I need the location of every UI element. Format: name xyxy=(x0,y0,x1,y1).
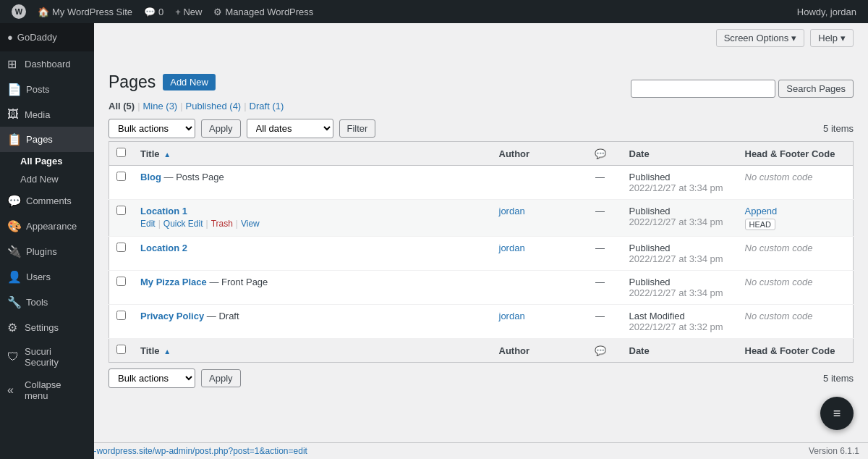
select-all-checkbox[interactable] xyxy=(116,148,126,157)
row-author-cell xyxy=(492,271,579,305)
main-content: Pages Add New All (5) | Mine (3) | Publi… xyxy=(94,23,868,459)
edit-action[interactable]: Edit xyxy=(140,219,156,229)
page-title-link[interactable]: Location 2 xyxy=(140,243,187,253)
row-checkbox[interactable] xyxy=(116,277,126,286)
sidebar-sub-add-new[interactable]: Add New xyxy=(0,170,94,188)
col-footer-checkbox xyxy=(109,339,134,363)
sidebar-sub-all-pages[interactable]: All Pages xyxy=(0,152,94,170)
comments-nav-icon: 💬 xyxy=(7,194,22,208)
hf-col-label: Head & Footer Code xyxy=(745,148,835,159)
admin-bar-comments[interactable]: 💬 0 xyxy=(138,0,169,23)
row-comments-cell: — xyxy=(579,271,622,305)
row-hf-cell: No custom code xyxy=(738,237,854,271)
media-icon: 🖼 xyxy=(7,108,20,121)
search-input[interactable] xyxy=(631,80,775,98)
page-title: Pages xyxy=(109,72,156,92)
page-title-link[interactable]: Blog xyxy=(140,172,161,182)
comments-value: — xyxy=(595,206,605,216)
admin-bar-managed-wp[interactable]: ⚙ Managed WordPress xyxy=(208,0,319,23)
date-status: Published xyxy=(629,172,671,182)
trash-action[interactable]: Trash xyxy=(211,219,233,229)
col-header-author: Author xyxy=(492,142,579,166)
items-count-top: 5 items xyxy=(823,123,854,134)
sep3: | xyxy=(244,101,246,111)
filter-button[interactable]: Filter xyxy=(339,119,376,138)
sep1: | xyxy=(137,101,140,111)
row-checkbox[interactable] xyxy=(116,206,126,215)
sidebar-item-plugins[interactable]: 🔌 Plugins xyxy=(0,239,94,264)
apply-button-top[interactable]: Apply xyxy=(201,119,241,138)
hf-value: No custom code xyxy=(745,243,813,253)
page-title-link[interactable]: My Pizza Place xyxy=(140,277,207,287)
wp-icon: W xyxy=(12,4,26,19)
bulk-actions-select-top[interactable]: Bulk actions xyxy=(109,119,195,138)
sidebar-item-users[interactable]: 👤 Users xyxy=(0,264,94,290)
sidebar-item-media[interactable]: 🖼 Media xyxy=(0,102,94,127)
sidebar-item-pages[interactable]: 📋 Pages xyxy=(0,127,94,152)
bulk-actions-select-bottom[interactable]: Bulk actions xyxy=(109,369,195,388)
sidebar-item-tools[interactable]: 🔧 Tools xyxy=(0,290,94,315)
sidebar-brand[interactable]: ● GoDaddy xyxy=(0,23,94,51)
quick-edit-action[interactable]: Quick Edit xyxy=(163,219,203,229)
filter-link-mine[interactable]: Mine (3) xyxy=(143,101,178,111)
author-link[interactable]: jordan xyxy=(499,311,525,321)
collapse-icon: « xyxy=(7,384,20,397)
screen-options-button[interactable]: Screen Options ▾ xyxy=(716,29,805,47)
admin-bar-new[interactable]: + New xyxy=(169,0,208,23)
pages-table: Title ▲ Author 💬 Date Head & Footer Code xyxy=(109,141,854,363)
page-title-link[interactable]: Privacy Policy xyxy=(140,311,204,321)
col-footer-title[interactable]: Title ▲ xyxy=(133,339,492,363)
sidebar-item-posts[interactable]: 📄 Posts xyxy=(0,77,94,102)
add-new-button[interactable]: Add New xyxy=(163,74,216,90)
row-title-cell: Location 2 xyxy=(133,237,492,271)
sidebar-item-comments[interactable]: 💬 Comments xyxy=(0,188,94,214)
col-header-title[interactable]: Title ▲ xyxy=(133,142,492,166)
admin-bar-howdy[interactable]: Howdy, jordan xyxy=(791,0,862,23)
hf-append-link[interactable]: Append xyxy=(745,206,778,216)
sidebar-item-settings[interactable]: ⚙ Settings xyxy=(0,315,94,340)
select-all-checkbox-bottom[interactable] xyxy=(116,345,126,354)
row-checkbox[interactable] xyxy=(116,243,126,252)
search-pages-button[interactable]: Search Pages xyxy=(778,80,854,98)
sidebar-item-appearance[interactable]: 🎨 Appearance xyxy=(0,214,94,239)
admin-bar-site[interactable]: 🏠 My WordPress Site xyxy=(32,0,138,23)
sidebar-item-label: Media xyxy=(25,109,50,120)
page-subtitle: — Posts Page xyxy=(164,172,224,182)
row-checkbox[interactable] xyxy=(116,311,126,320)
sidebar-item-label: Users xyxy=(26,271,51,282)
row-checkbox[interactable] xyxy=(116,172,126,181)
author-link[interactable]: jordan xyxy=(499,206,525,216)
author-col-label: Author xyxy=(499,148,530,159)
author-link[interactable]: jordan xyxy=(499,243,525,253)
sidebar-item-label: Collapse menu xyxy=(25,379,87,401)
sidebar-item-sucuri[interactable]: 🛡 Sucuri Security xyxy=(0,340,94,374)
page-title-link[interactable]: Location 1 xyxy=(140,206,187,216)
date-filter-select[interactable]: All dates xyxy=(247,119,333,138)
row-hf-cell: No custom code xyxy=(738,305,854,339)
row-title-cell: Location 1 Edit | Quick Edit | Trash | V… xyxy=(133,200,492,237)
help-button[interactable]: Help ▾ xyxy=(810,29,854,47)
posts-icon: 📄 xyxy=(7,83,22,96)
date-value: 2022/12/27 at 3:34 pm xyxy=(629,253,723,264)
col-header-date: Date xyxy=(622,142,738,166)
table-row: Blog — Posts Page — Published 2022/12/27… xyxy=(109,166,854,200)
comments-col-icon: 💬 xyxy=(595,148,606,159)
admin-bar-wp-logo[interactable]: W xyxy=(6,0,32,23)
sidebar-item-collapse[interactable]: « Collapse menu xyxy=(0,374,94,407)
filter-link-published[interactable]: Published (4) xyxy=(186,101,242,111)
search-area: Search Pages xyxy=(631,80,854,98)
apply-button-bottom[interactable]: Apply xyxy=(201,369,241,387)
row-checkbox-cell xyxy=(109,237,134,271)
fab-button[interactable]: ≡ xyxy=(820,397,854,430)
filter-link-draft[interactable]: Draft (1) xyxy=(250,101,284,111)
hf-value: No custom code xyxy=(745,311,813,321)
sidebar-item-label: Tools xyxy=(26,297,48,308)
sidebar-item-label: Settings xyxy=(25,322,59,333)
page-subtitle: — Front Page xyxy=(209,277,268,287)
sidebar-item-dashboard[interactable]: ⊞ Dashboard xyxy=(0,51,94,77)
filter-link-all[interactable]: All (5) xyxy=(109,101,135,111)
row-author-cell: jordan xyxy=(492,305,579,339)
comments-col-icon-footer: 💬 xyxy=(595,345,606,356)
view-action[interactable]: View xyxy=(241,219,260,229)
admin-bar-right: Howdy, jordan xyxy=(791,0,862,23)
